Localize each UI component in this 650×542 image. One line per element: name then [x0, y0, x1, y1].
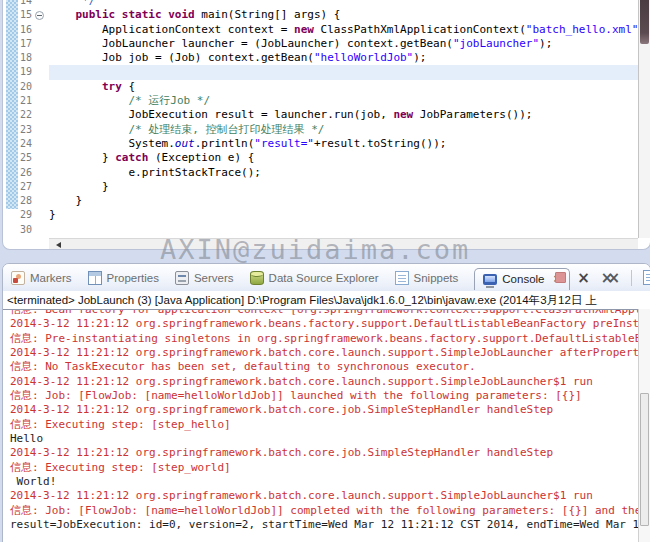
console-output[interactable]: 信息: Bean factory for application context…: [3, 309, 638, 542]
toolbar-separator: [631, 270, 632, 286]
code-line[interactable]: /* 处理结束, 控制台打印处理结果 */: [49, 123, 638, 137]
console-line: Hello: [10, 432, 638, 446]
line-number: 21: [3, 94, 49, 108]
line-number: 27: [3, 180, 49, 194]
code-lines: */ public static void main(String[] args…: [49, 0, 638, 237]
code-line[interactable]: JobLauncher launcher = (JobLauncher) con…: [49, 37, 638, 51]
console-line: 信息: Job: [FlowJob: [name=helloWorldJob]]…: [10, 504, 638, 518]
line-number: 16: [3, 23, 49, 37]
console-line: 信息: Bean factory for application context…: [10, 309, 638, 317]
console-line: 2014-3-12 11:21:12 org.springframework.b…: [10, 375, 638, 389]
code-line[interactable]: }: [49, 208, 638, 222]
terminate-icon[interactable]: [555, 272, 566, 283]
tab-label: Properties: [107, 272, 159, 284]
tab-label: Markers: [30, 272, 72, 284]
console-line: 信息: Executing step: [step_hello]: [10, 418, 638, 432]
editor-vertical-scrollbar-thumb[interactable]: [640, 0, 649, 44]
line-number: 30: [3, 223, 49, 237]
console-vertical-scrollbar[interactable]: [638, 309, 650, 542]
remove-all-launches-icon[interactable]: ××: [601, 271, 620, 285]
markers-icon: [11, 271, 25, 285]
code-line[interactable]: e.printStackTrace();: [49, 166, 638, 180]
tab-label: Servers: [194, 272, 234, 284]
data-source-explorer-icon: [250, 271, 264, 285]
remove-launch-icon[interactable]: ×: [577, 271, 590, 285]
code-line[interactable]: Job job = (Job) context.getBean("helloWo…: [49, 51, 638, 65]
console-line: 2014-3-12 11:21:12 org.springframework.b…: [10, 403, 638, 417]
console-line: World!: [10, 475, 638, 489]
console-line: 2014-3-12 11:21:12 org.springframework.b…: [10, 489, 638, 503]
code-line[interactable]: ApplicationContext context = new ClassPa…: [49, 23, 638, 37]
console-line: 2014-3-12 11:21:12 org.springframework.b…: [10, 346, 638, 360]
code-line[interactable]: [49, 223, 638, 237]
line-number: 23: [3, 123, 49, 137]
line-number: 18: [3, 51, 49, 65]
console-line: 信息: Executing step: [step_world]: [10, 461, 638, 475]
console-status-line: <terminated> JobLaunch (3) [Java Applica…: [3, 291, 650, 309]
snippets-icon: [395, 271, 409, 285]
tab-label: Snippets: [414, 272, 459, 284]
fold-collapse-icon[interactable]: [35, 11, 44, 20]
console-line: 信息: Pre-instantiating singletons in org.…: [10, 332, 638, 346]
editor-vertical-scrollbar[interactable]: [638, 0, 650, 238]
view-tab-bar: MarkersPropertiesServersData Source Expl…: [3, 264, 650, 291]
servers-icon: [175, 271, 189, 285]
console-line: 2014-3-12 11:21:12 org.springframework.b…: [10, 317, 638, 331]
tab-properties[interactable]: Properties: [88, 271, 159, 285]
tab-markers[interactable]: Markers: [11, 271, 72, 285]
code-line[interactable]: */: [49, 0, 638, 8]
console-line: result=JobExecution: id=0, version=2, st…: [10, 518, 638, 532]
properties-icon: [88, 271, 102, 285]
tab-servers[interactable]: Servers: [175, 271, 234, 285]
console-toolbar: × ××: [555, 264, 650, 291]
code-line[interactable]: [49, 65, 638, 79]
tab-data-source-explorer[interactable]: Data Source Explorer: [250, 271, 379, 285]
tab-label: Data Source Explorer: [269, 272, 379, 284]
line-number: 26: [3, 166, 49, 180]
code-line[interactable]: System.out.println("result="+result.toSt…: [49, 137, 638, 151]
line-number: 15: [3, 8, 49, 22]
code-line[interactable]: public static void main(String[] args) {: [49, 8, 638, 22]
console-lines: 信息: Bean factory for application context…: [10, 309, 638, 533]
line-number: 22: [3, 108, 49, 122]
tab-snippets[interactable]: Snippets: [395, 271, 459, 285]
line-number: 17: [3, 37, 49, 51]
scroll-left-arrow-icon[interactable]: [56, 242, 61, 248]
line-number-column: 1415161718192021222324252627282930: [3, 0, 49, 237]
console-vertical-scrollbar-thumb[interactable]: [640, 393, 649, 526]
editor-horizontal-scrollbar[interactable]: [49, 238, 638, 249]
tab-label: Console: [502, 273, 544, 285]
console-line: 信息: No TaskExecutor has been set, defaul…: [10, 360, 638, 374]
line-number: 14: [3, 0, 49, 8]
line-number: 20: [3, 80, 49, 94]
clear-console-icon[interactable]: [643, 270, 650, 285]
java-editor-panel: 1415161718192021222324252627282930 */ pu…: [2, 0, 650, 250]
code-line[interactable]: try {: [49, 80, 638, 94]
console-line: 信息: Job: [FlowJob: [name=helloWorldJob]]…: [10, 389, 638, 403]
line-number: 28: [3, 194, 49, 208]
console-view-panel: MarkersPropertiesServersData Source Expl…: [2, 263, 650, 542]
code-line[interactable]: }: [49, 180, 638, 194]
code-line[interactable]: /* 运行Job */: [49, 94, 638, 108]
line-number: 24: [3, 137, 49, 151]
code-line[interactable]: }: [49, 194, 638, 208]
editor-gutter: 1415161718192021222324252627282930: [3, 0, 49, 238]
line-number: 29: [3, 208, 49, 222]
console-line: 2014-3-12 11:21:12 org.springframework.b…: [10, 446, 638, 460]
code-line[interactable]: JobExecution result = launcher.run(job, …: [49, 108, 638, 122]
line-number: 25: [3, 151, 49, 165]
line-number: 19: [3, 65, 49, 79]
code-area[interactable]: */ public static void main(String[] args…: [49, 0, 638, 238]
console-icon: [483, 274, 497, 285]
code-line[interactable]: } catch (Exception e) {: [49, 151, 638, 165]
